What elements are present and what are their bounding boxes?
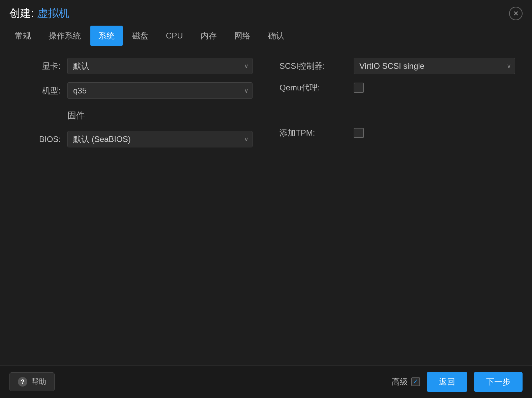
tab-os[interactable]: 操作系统 [40,26,89,46]
bios-label: BIOS: [17,135,61,144]
help-button[interactable]: ? 帮助 [9,372,55,391]
right-controls: 高级 返回 下一步 [392,372,523,392]
add-tpm-row: 添加TPM: [279,127,515,138]
qemu-checkbox[interactable] [354,83,364,93]
create-vm-dialog: 创建: 虚拟机 ✕ 常规 操作系统 系统 磁盘 CPU 内存 网络 确认 显卡: [0,0,532,398]
firmware-spacer [279,101,515,119]
bottom-bar: ? 帮助 高级 返回 下一步 [0,365,532,398]
scsi-select[interactable]: VirtIO SCSI single [354,58,515,74]
dialog-title: 创建: 虚拟机 [9,6,69,21]
tab-confirm[interactable]: 确认 [260,26,292,46]
machine-type-input: q35 ∨ [67,82,253,99]
tab-general[interactable]: 常规 [7,26,39,46]
next-button[interactable]: 下一步 [474,372,523,392]
left-form-section: 显卡: 默认 ∨ 机型: q35 ∨ [17,58,253,147]
bios-select[interactable]: 默认 (SeaBIOS) [67,131,253,147]
title-bar: 创建: 虚拟机 ✕ [0,0,532,26]
add-tpm-checkbox[interactable] [354,128,364,138]
content-area: 显卡: 默认 ∨ 机型: q35 ∨ [0,46,532,365]
display-card-label: 显卡: [17,61,61,72]
qemu-checkbox-wrapper [354,83,364,93]
tab-bar: 常规 操作系统 系统 磁盘 CPU 内存 网络 确认 [0,26,532,46]
scsi-label: SCSI控制器: [279,61,347,72]
machine-type-row: 机型: q35 ∨ [17,82,253,99]
firmware-section-header: 固件 [67,107,253,123]
tab-system[interactable]: 系统 [90,26,123,46]
scsi-input: VirtIO SCSI single ∨ [354,58,515,74]
add-tpm-label: 添加TPM: [279,127,347,138]
display-card-row: 显卡: 默认 ∨ [17,58,253,74]
tab-memory[interactable]: 内存 [193,26,225,46]
scsi-row: SCSI控制器: VirtIO SCSI single ∨ [279,58,515,74]
tab-disk[interactable]: 磁盘 [124,26,156,46]
help-icon: ? [18,377,27,387]
right-form-section: SCSI控制器: VirtIO SCSI single ∨ Qemu代理: [279,58,515,138]
machine-type-select[interactable]: q35 [67,82,253,99]
advanced-label-group: 高级 [392,376,420,387]
qemu-row: Qemu代理: [279,82,515,93]
qemu-label: Qemu代理: [279,82,347,93]
add-tpm-checkbox-wrapper [354,128,364,138]
bios-input: 默认 (SeaBIOS) ∨ [67,131,253,147]
form-grid: 显卡: 默认 ∨ 机型: q35 ∨ [17,58,515,147]
display-card-select[interactable]: 默认 [67,58,253,74]
advanced-text: 高级 [392,376,408,387]
back-button[interactable]: 返回 [427,372,467,392]
close-button[interactable]: ✕ [509,7,523,20]
machine-type-label: 机型: [17,85,61,96]
tab-cpu[interactable]: CPU [158,26,191,45]
bios-row: BIOS: 默认 (SeaBIOS) ∨ [17,131,253,147]
help-label: 帮助 [31,377,46,387]
tab-network[interactable]: 网络 [226,26,259,46]
display-card-input: 默认 ∨ [67,58,253,74]
advanced-checkbox[interactable] [411,377,420,386]
